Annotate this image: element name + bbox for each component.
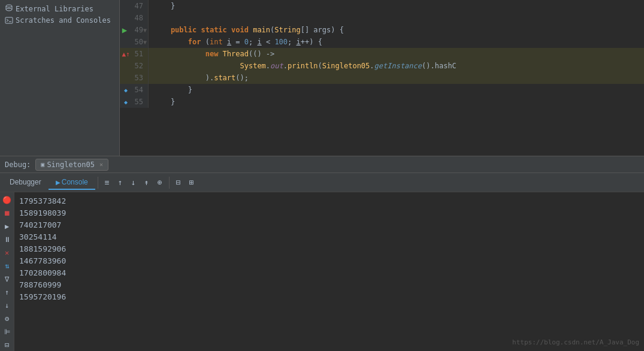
gutter-51: ▲↑ 51 [120, 48, 149, 60]
toolbar-menu-icon[interactable]: ≡ [101, 176, 114, 189]
line-num-49: 49 [135, 26, 143, 34]
fold-arrow-49: ▼ [143, 27, 147, 34]
line-content-53: ).start(); [149, 72, 644, 84]
left-icon-down[interactable]: ↓ [2, 300, 13, 311]
db-icon [5, 4, 13, 14]
gutter-50: 50 ▼ [120, 36, 149, 48]
console-line-5: 1881592906 [19, 243, 639, 255]
toolbar-sep-1 [98, 177, 98, 189]
line-content-50: for (int i = 0; i < 100; i++) { [149, 36, 644, 48]
debug-panel: Debug: ▣ Singleton05 ✕ Debugger ▶Console… [0, 156, 644, 351]
sidebar: External Libraries Scratches and Console… [0, 0, 120, 156]
left-icon-up[interactable]: ↑ [2, 287, 13, 298]
debug-tab-name: Singleton05 [47, 161, 94, 169]
gutter-47: 47 [120, 0, 149, 12]
debug-tabs-row: Debugger ▶Console [2, 176, 95, 190]
code-line-50: 50 ▼ for (int i = 0; i < 100; i++) { [120, 36, 644, 48]
left-icon-clear[interactable]: ✕ [2, 247, 13, 258]
toolbar-grid-icon[interactable]: ⊟ [172, 176, 185, 189]
left-icon-stop[interactable]: ⏹ [2, 208, 13, 219]
fold-arrow-50: ▼ [143, 39, 147, 46]
tab-debugger[interactable]: Debugger [2, 176, 49, 190]
toolbar-up2-icon[interactable]: ↟ [140, 176, 153, 189]
console-line-2: 1589198039 [19, 207, 639, 219]
left-icon-flame[interactable]: 🔴 [2, 195, 13, 205]
code-line-53: 53 ).start(); [120, 72, 644, 84]
line-content-52: System.out.println(Singleton05.getInstan… [149, 60, 644, 72]
sidebar-item-external-libraries[interactable]: External Libraries [0, 2, 119, 15]
line-content-51: new Thread(() -> [149, 48, 644, 60]
debug-left-icons: 🔴 ⏹ ▶ ⏸ ✕ ⇅ ∇ ↑ ↓ ⚙ ⊫ ⊟ [0, 192, 14, 351]
left-icon-align[interactable]: ⊫ [2, 326, 13, 337]
scratches-label: Scratches and Consoles [16, 16, 111, 25]
console-play-icon: ▶ [56, 179, 61, 186]
console-output: 1795373842 1589198039 740217007 30254114… [14, 192, 644, 351]
gutter-48: 48 [120, 12, 149, 24]
gutter-52: 52 [120, 60, 149, 72]
svg-point-0 [6, 5, 12, 7]
code-editor: 47 } 48 ▶ 49 ▼ [120, 0, 644, 156]
line-content-54: } [149, 84, 644, 96]
tab-console[interactable]: ▶Console [49, 176, 95, 190]
line-num-52: 52 [135, 62, 143, 70]
line-content-49: public static void main(String[] args) { [149, 24, 644, 36]
bookmark-51: ▲↑ [121, 48, 131, 60]
main-area: External Libraries Scratches and Console… [0, 0, 644, 156]
gutter-49: ▶ 49 ▼ [120, 24, 149, 36]
toolbar-add-icon[interactable]: ⊕ [153, 176, 167, 189]
line-content-48 [149, 12, 644, 24]
svg-rect-4 [5, 17, 13, 23]
toolbar-sep-2 [169, 177, 170, 189]
gutter-54: ◆ 54 [120, 84, 149, 96]
toolbar-down-icon[interactable]: ↓ [127, 176, 140, 189]
debug-content: 🔴 ⏹ ▶ ⏸ ✕ ⇅ ∇ ↑ ↓ ⚙ ⊫ ⊟ 1795373842 15891… [0, 192, 644, 351]
line-content-55: } [149, 96, 644, 108]
debug-header: Debug: ▣ Singleton05 ✕ [0, 156, 644, 173]
debug-session-tab[interactable]: ▣ Singleton05 ✕ [35, 159, 108, 171]
code-line-54: ◆ 54 } [120, 84, 644, 96]
console-line-9: 1595720196 [19, 291, 639, 302]
console-icon [5, 16, 13, 25]
toolbar-up-icon[interactable]: ↑ [114, 176, 127, 189]
gutter-55: ◆ 55 [120, 96, 149, 108]
line-content-47: } [149, 0, 644, 12]
console-line-4: 30254114 [19, 231, 639, 243]
toolbar-split-icon[interactable]: ⊞ [185, 176, 198, 189]
console-line-7: 1702800984 [19, 267, 639, 279]
svg-point-3 [6, 8, 12, 11]
line-num-50: 50 [135, 38, 143, 46]
line-num-47: 47 [135, 2, 143, 10]
console-line-3: 740217007 [19, 219, 639, 231]
debug-tab-close[interactable]: ✕ [99, 161, 103, 168]
line-num-51: 51 [135, 50, 143, 58]
bookmark-54: ◆ [121, 84, 131, 96]
watermark: https://blog.csdn.net/A_Java_Dog [512, 338, 639, 346]
left-icon-pause[interactable]: ⏸ [2, 234, 13, 245]
code-line-47: 47 } [120, 0, 644, 12]
code-line-49: ▶ 49 ▼ public static void main(String[] … [120, 24, 644, 36]
debug-session-icon: ▣ [41, 161, 44, 168]
debug-toolbar: Debugger ▶Console ≡ ↑ ↓ ↟ ⊕ ⊟ ⊞ [0, 173, 644, 192]
code-line-52: 52 System.out.println(Singleton05.getIns… [120, 60, 644, 72]
console-line-8: 788760999 [19, 279, 639, 291]
bookmark-55: ◆ [121, 96, 131, 108]
line-num-54: 54 [135, 86, 143, 94]
code-lines: 47 } 48 ▶ 49 ▼ [120, 0, 644, 156]
line-num-48: 48 [135, 14, 143, 22]
console-line-1: 1795373842 [19, 195, 639, 207]
code-line-55: ◆ 55 } [120, 96, 644, 108]
left-icon-sort[interactable]: ⇅ [2, 261, 13, 271]
left-icon-gear[interactable]: ⚙ [2, 313, 13, 324]
code-line-48: 48 [120, 12, 644, 24]
debug-label: Debug: [5, 161, 31, 169]
left-icon-filter[interactable]: ∇ [2, 274, 13, 285]
play-marker: ▶ [120, 24, 129, 36]
left-icon-print[interactable]: ⊟ [2, 340, 13, 350]
code-line-51: ▲↑ 51 new Thread(() -> [120, 48, 644, 60]
ext-lib-label: External Libraries [16, 5, 93, 13]
left-icon-resume[interactable]: ▶ [2, 221, 13, 232]
sidebar-item-scratches[interactable]: Scratches and Consoles [0, 15, 119, 26]
line-num-55: 55 [135, 98, 143, 106]
gutter-53: 53 [120, 72, 149, 84]
console-line-6: 1467783960 [19, 255, 639, 267]
